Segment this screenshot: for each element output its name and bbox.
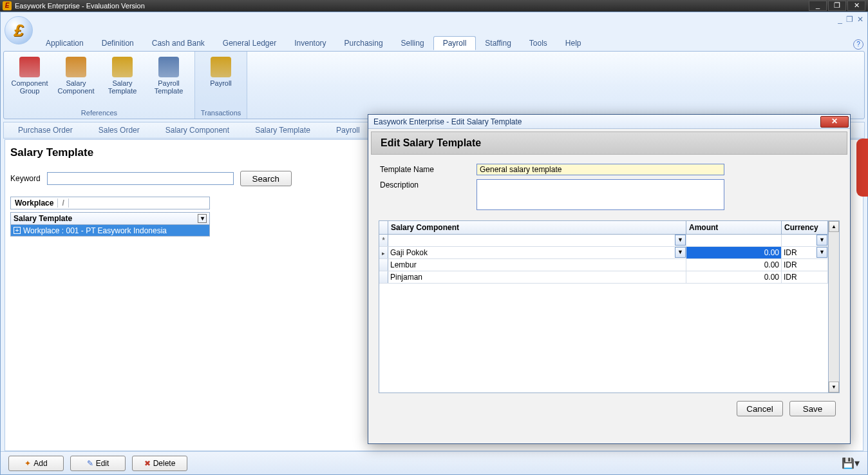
scroll-up-icon[interactable]: ▲ [829,221,839,232]
menu-item-purchasing[interactable]: Purchasing [335,37,392,50]
menu-item-cash-and-bank[interactable]: Cash and Bank [143,37,214,50]
ribbon-label: PayrollTemplate [148,79,189,95]
keyword-input[interactable] [47,172,234,185]
main-menu: ApplicationDefinitionCash and BankGenera… [37,35,854,51]
menu-item-general-ledger[interactable]: General Ledger [214,37,285,50]
menu-item-staffing[interactable]: Staffing [476,37,520,50]
add-button[interactable]: ✦Add [8,456,64,471]
maximize-button[interactable]: ❐ [828,1,846,11]
grid-row[interactable]: Lembur0.00IDR [379,259,828,271]
delete-button[interactable]: ✖Delete [132,456,187,471]
grid-col-component[interactable]: Salary Component [388,221,686,234]
keyword-label: Keyword [10,174,41,183]
breadcrumb-bar[interactable]: Workplace / [10,197,210,209]
menu-item-application[interactable]: Application [37,37,93,50]
menu-item-tools[interactable]: Tools [520,37,556,50]
ribbon-icon [211,57,231,77]
dropdown-icon[interactable]: ▼ [816,247,827,258]
dropdown-icon[interactable]: ▼ [675,235,686,246]
dropdown-icon[interactable]: ▼ [816,235,827,246]
tree-row-label: Workplace : 001 - PT Easywork Indonesia [23,226,167,235]
doc-tab-salary-component[interactable]: Salary Component [159,124,249,137]
grid-row[interactable]: Gaji Pokok▼0.00IDR▼ [379,247,828,259]
breadcrumb-item[interactable]: Workplace [11,199,58,208]
tree-header: Salary Template ▾ [10,212,210,225]
grid-new-component-cell[interactable]: ▼ [388,235,686,246]
grid-row-indicator [379,259,388,271]
ribbon-label: Payroll [200,79,241,87]
breadcrumb-sep: / [58,199,68,208]
grid-row-new[interactable]: ▼ ▼ [379,235,828,247]
ribbon-label: ComponentGroup [9,79,50,95]
dropdown-icon[interactable]: ▼ [675,247,686,258]
mdi-restore-icon[interactable]: ❐ [846,15,853,24]
grid-col-amount[interactable]: Amount [686,221,782,234]
edit-icon: ✎ [87,459,93,468]
search-button[interactable]: Search [240,171,292,186]
template-name-input[interactable] [476,164,724,175]
mdi-minimize-icon[interactable]: _ [838,15,842,24]
grid-cell-component[interactable]: Pinjaman [388,271,686,283]
app-area: _ ❐ ✕ £ ? ApplicationDefinitionCash and … [0,12,868,475]
grid-cell-component[interactable]: Lembur [388,259,686,271]
grid-cell-currency[interactable]: IDR [782,271,828,283]
ribbon-item-salary-component[interactable]: SalaryComponent [54,54,98,97]
menu-item-selling[interactable]: Selling [392,37,433,50]
tree-row-workplace[interactable]: + Workplace : 001 - PT Easywork Indonesi… [10,225,210,237]
grid-new-indicator [379,235,388,246]
grid-cell-component[interactable]: Gaji Pokok▼ [388,247,686,258]
doc-tab-purchase-order[interactable]: Purchase Order [12,124,92,137]
tree-header-label: Salary Template [14,214,72,223]
ribbon-group-transactions: PayrollTransactions [195,52,247,119]
menu-item-inventory[interactable]: Inventory [285,37,335,50]
grid-cell-amount[interactable]: 0.00 [686,271,782,283]
mdi-close-icon[interactable]: ✕ [857,15,863,24]
dialog-body: Edit Salary Template Template Name Descr… [368,129,850,443]
ribbon-label: SalaryTemplate [102,79,143,95]
grid-scrollbar[interactable]: ▲ ▼ [828,221,839,393]
doc-tab-salary-template[interactable]: Salary Template [249,124,330,137]
ribbon-icon [19,57,40,77]
ribbon-item-salary-template[interactable]: SalaryTemplate [100,54,144,97]
grid-cell-currency[interactable]: IDR▼ [782,247,828,258]
grid-new-currency-cell[interactable]: ▼ [782,235,828,246]
edit-button[interactable]: ✎Edit [70,456,126,471]
grid-cell-amount[interactable]: 0.00 [686,259,782,271]
dialog-heading: Edit Salary Template [381,137,838,149]
window-title: Easywork Enterprise - Evaluation Version [15,2,145,10]
ribbon-item-payroll-template[interactable]: PayrollTemplate [147,54,191,97]
grid-cell-amount[interactable]: 0.00 [686,247,782,258]
tree-expand-icon[interactable]: + [14,227,21,234]
grid-col-currency[interactable]: Currency [782,221,828,234]
ribbon: ComponentGroupSalaryComponentSalaryTempl… [3,51,865,119]
ribbon-item-payroll[interactable]: Payroll [199,54,243,90]
grid-row-indicator [379,271,388,283]
ribbon-group-references: ComponentGroupSalaryComponentSalaryTempl… [4,52,195,119]
save-button[interactable]: Save [789,401,836,416]
minimize-button[interactable]: _ [809,1,827,11]
menu-item-definition[interactable]: Definition [93,37,143,50]
ribbon-group-title: Transactions [199,107,243,119]
grid-row[interactable]: Pinjaman0.00IDR [379,271,828,284]
grid-new-amount-cell[interactable] [686,235,782,246]
os-titlebar: E Easywork Enterprise - Evaluation Versi… [0,0,868,12]
menu-item-payroll[interactable]: Payroll [433,36,476,50]
side-red-tab[interactable] [856,139,868,197]
ribbon-item-component-group[interactable]: ComponentGroup [8,54,52,97]
save-disk-icon[interactable]: 💾▾ [842,457,860,469]
app-logo-orb[interactable]: £ [5,16,33,44]
grid-row-indicator [379,247,388,258]
tree-header-dropdown-icon[interactable]: ▾ [198,214,207,223]
dialog-header-panel: Edit Salary Template [371,131,847,155]
help-orb-icon[interactable]: ? [853,39,863,50]
grid-cell-currency[interactable]: IDR [782,259,828,271]
dialog-titlebar[interactable]: Easywork Enterprise - Edit Salary Templa… [368,115,850,129]
scroll-down-icon[interactable]: ▼ [829,382,839,393]
menu-item-help[interactable]: Help [556,37,590,50]
cancel-button[interactable]: Cancel [737,401,783,416]
doc-tab-sales-order[interactable]: Sales Order [92,124,159,137]
close-button[interactable]: ✕ [847,1,865,11]
description-input[interactable] [476,179,724,210]
dialog-close-button[interactable]: ✕ [820,116,849,128]
app-icon: E [3,1,12,10]
